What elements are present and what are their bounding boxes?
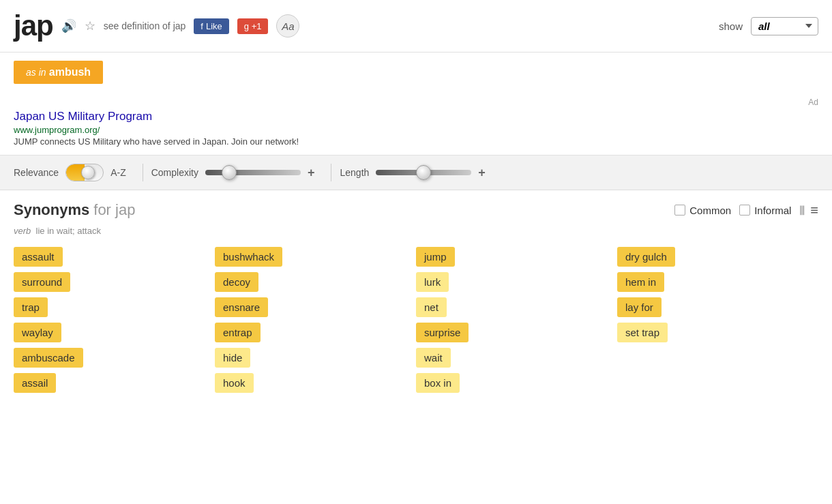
list-item[interactable]: trap <box>14 297 48 317</box>
column-view-icon[interactable]: ⦀ <box>799 203 805 218</box>
list-item[interactable]: wait <box>416 348 451 368</box>
fb-icon: f <box>200 21 203 31</box>
list-item[interactable]: net <box>416 297 447 317</box>
filter-bar: Relevance A-Z Complexity + Length + <box>0 155 832 190</box>
ad-url: www.jumprogram.org/ <box>14 125 818 135</box>
synonyms-col-2: jump lurk net surprise wait box in <box>416 247 617 393</box>
list-item[interactable]: box in <box>416 373 460 393</box>
list-item[interactable]: dry gulch <box>617 247 675 267</box>
as-in-banner[interactable]: as in ambush <box>14 61 103 84</box>
length-knob <box>416 165 431 180</box>
list-item[interactable]: set trap <box>617 323 668 342</box>
see-definition-link[interactable]: see definition of jap <box>104 20 186 31</box>
list-item[interactable]: entrap <box>215 323 261 342</box>
common-checkbox[interactable] <box>674 205 685 216</box>
list-item[interactable]: lay for <box>617 297 662 317</box>
synonyms-col-1: bushwhack decoy ensnare entrap hide hook <box>215 247 416 393</box>
ad-title-link[interactable]: Japan US Military Program <box>14 110 152 123</box>
list-item[interactable]: waylay <box>14 323 61 342</box>
length-track <box>376 170 471 175</box>
informal-checkbox[interactable] <box>739 205 750 216</box>
ad-area: Ad Japan US Military Program www.jumprog… <box>0 92 832 155</box>
list-item[interactable]: decoy <box>215 272 258 292</box>
relevance-filter: Relevance A-Z <box>14 164 143 181</box>
page-word: jap <box>14 10 53 42</box>
list-item[interactable]: surprise <box>416 323 469 342</box>
show-select[interactable]: all common informal <box>751 17 818 35</box>
synonyms-section: Synonyms for jap Common Informal ⦀ ≡ ver… <box>0 190 832 404</box>
audio-icon[interactable]: 🔊 <box>61 18 76 33</box>
list-item[interactable]: bushwhack <box>215 247 282 267</box>
synonyms-controls: Common Informal ⦀ ≡ <box>674 203 818 218</box>
az-label: A-Z <box>110 167 126 178</box>
relevance-label: Relevance <box>14 167 59 178</box>
list-item[interactable]: hook <box>215 373 254 393</box>
complexity-plus[interactable]: + <box>308 166 315 180</box>
length-slider[interactable] <box>376 164 471 181</box>
star-icon[interactable]: ☆ <box>85 18 95 33</box>
complexity-label: Complexity <box>151 167 198 178</box>
font-size-button[interactable]: Aa <box>276 14 299 38</box>
toggle-knob <box>81 166 95 179</box>
ad-label: Ad <box>14 98 818 107</box>
list-item[interactable]: assault <box>14 247 63 267</box>
common-label: Common <box>689 205 731 216</box>
view-icons: ⦀ ≡ <box>799 203 818 218</box>
synonyms-grid: assault surround trap waylay ambuscade a… <box>14 247 818 393</box>
google-plus-button[interactable]: g +1 <box>237 18 269 34</box>
list-item[interactable]: ensnare <box>215 297 268 317</box>
length-filter: Length + <box>340 164 501 181</box>
synonyms-col-3: dry gulch hem in lay for set trap <box>617 247 818 393</box>
list-item[interactable]: lurk <box>416 272 449 292</box>
complexity-track <box>205 170 301 175</box>
list-item[interactable]: hem in <box>617 272 664 292</box>
gplus-label: g +1 <box>244 21 262 31</box>
list-item[interactable]: assail <box>14 373 56 393</box>
facebook-like-button[interactable]: f Like <box>194 18 228 34</box>
length-plus[interactable]: + <box>478 166 486 180</box>
list-view-icon[interactable]: ≡ <box>810 203 818 218</box>
synonyms-title: Synonyms <box>14 201 89 219</box>
list-item[interactable]: hide <box>215 348 250 368</box>
relevance-toggle[interactable] <box>65 164 104 181</box>
synonyms-for: for jap <box>93 201 135 219</box>
informal-checkbox-label[interactable]: Informal <box>739 205 791 216</box>
list-item[interactable]: jump <box>416 247 455 267</box>
common-checkbox-label[interactable]: Common <box>674 205 731 216</box>
list-item[interactable]: ambuscade <box>14 348 83 368</box>
verb-definition: lie in wait; attack <box>36 226 101 236</box>
list-item[interactable]: surround <box>14 272 70 292</box>
ad-description: JUMP connects US Military who have serve… <box>14 136 818 147</box>
length-label: Length <box>340 167 369 178</box>
complexity-knob <box>222 165 237 180</box>
fb-label: Like <box>206 21 222 31</box>
verb-line: verb lie in wait; attack <box>14 226 818 236</box>
toggle-track <box>65 164 104 181</box>
synonyms-header: Synonyms for jap Common Informal ⦀ ≡ <box>14 201 818 219</box>
complexity-slider[interactable] <box>205 164 301 181</box>
informal-label: Informal <box>754 205 791 216</box>
header: jap 🔊 ☆ see definition of jap f Like g +… <box>0 0 832 53</box>
show-label: show <box>719 20 743 32</box>
verb-tag: verb <box>14 226 31 236</box>
as-in-word: ambush <box>49 66 91 78</box>
as-in-prefix: as in <box>26 67 46 78</box>
complexity-filter: Complexity + <box>151 164 332 181</box>
synonyms-col-0: assault surround trap waylay ambuscade a… <box>14 247 215 393</box>
